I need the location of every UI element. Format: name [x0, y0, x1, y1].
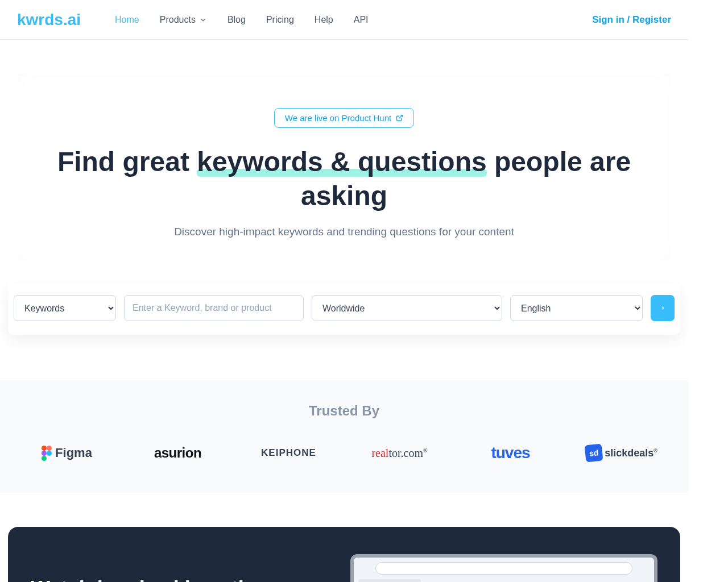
nav-api-label: API — [354, 15, 369, 25]
logo-realtor: realtor.com® — [350, 442, 449, 464]
nav-help[interactable]: Help — [315, 15, 333, 25]
logo-asurion-text: asurion — [154, 445, 201, 461]
action-title: Watch kwrds.ai in action — [31, 577, 269, 582]
product-hunt-badge[interactable]: We are live on Product Hunt — [274, 108, 414, 128]
header: kwrds.ai Home Products Blog Pricing Help… — [0, 0, 688, 40]
action-section-wrap: Watch kwrds.ai in action — [0, 493, 688, 582]
nav-products[interactable]: Products — [160, 15, 207, 25]
nav-help-label: Help — [315, 15, 333, 25]
hero-title-highlight: keywords & questions — [197, 145, 486, 179]
nav-home[interactable]: Home — [115, 15, 139, 25]
logo-slickdeals-text: slickdeals® — [605, 447, 657, 459]
logo-keiphone: KEIPHONE — [239, 442, 338, 464]
hero-subtitle: Discover high-impact keywords and trendi… — [17, 226, 671, 238]
region-select[interactable]: Worldwide — [312, 295, 502, 321]
nav-api[interactable]: API — [354, 15, 369, 25]
nav-pricing[interactable]: Pricing — [266, 15, 294, 25]
search-panel: Keywords Worldwide English — [8, 284, 680, 335]
search-submit-button[interactable] — [651, 295, 675, 321]
trusted-logos: Figma asurion KEIPHONE realtor.com® tuve… — [17, 442, 671, 464]
logo-asurion: asurion — [128, 442, 228, 464]
search-type-select[interactable]: Keywords — [14, 295, 116, 321]
figma-icon — [42, 446, 52, 461]
trusted-title: Trusted By — [17, 403, 671, 419]
demo-screenshot — [350, 554, 657, 582]
action-section: Watch kwrds.ai in action — [8, 527, 680, 582]
nav-blog[interactable]: Blog — [228, 15, 246, 25]
nav-products-label: Products — [160, 15, 196, 25]
nav-blog-label: Blog — [228, 15, 246, 25]
trusted-section: Trusted By Figma asurion KEIPHONE — [0, 380, 688, 493]
logo-tuves: tuves — [461, 442, 560, 464]
hero: We are live on Product Hunt Find great k… — [0, 40, 688, 284]
hero-title-pre: Find great — [57, 147, 197, 177]
hero-title: Find great keywords & questions people a… — [17, 145, 671, 213]
logo-tuves-text: tuves — [491, 444, 530, 462]
language-select[interactable]: English — [510, 295, 643, 321]
svg-line-0 — [399, 115, 403, 119]
logo-figma: Figma — [17, 442, 117, 464]
logo-slickdeals: sd slickdeals® — [572, 442, 671, 464]
logo-keiphone-text: KEIPHONE — [261, 447, 316, 459]
brand-logo[interactable]: kwrds.ai — [17, 11, 81, 29]
logo-figma-text: Figma — [55, 446, 92, 460]
keyword-input[interactable] — [124, 295, 304, 321]
logo-realtor-text: realtor.com® — [371, 447, 427, 460]
external-link-icon — [396, 114, 403, 122]
nav-home-label: Home — [115, 15, 139, 25]
slickdeals-icon: sd — [585, 444, 603, 463]
signin-link[interactable]: Sign in / Register — [592, 14, 671, 26]
arrow-right-icon — [660, 304, 665, 313]
product-hunt-label: We are live on Product Hunt — [285, 113, 391, 123]
nav-pricing-label: Pricing — [266, 15, 294, 25]
main-nav: Home Products Blog Pricing Help API — [115, 15, 592, 25]
chevron-down-icon — [199, 16, 207, 24]
demo-urlbar — [375, 562, 632, 575]
